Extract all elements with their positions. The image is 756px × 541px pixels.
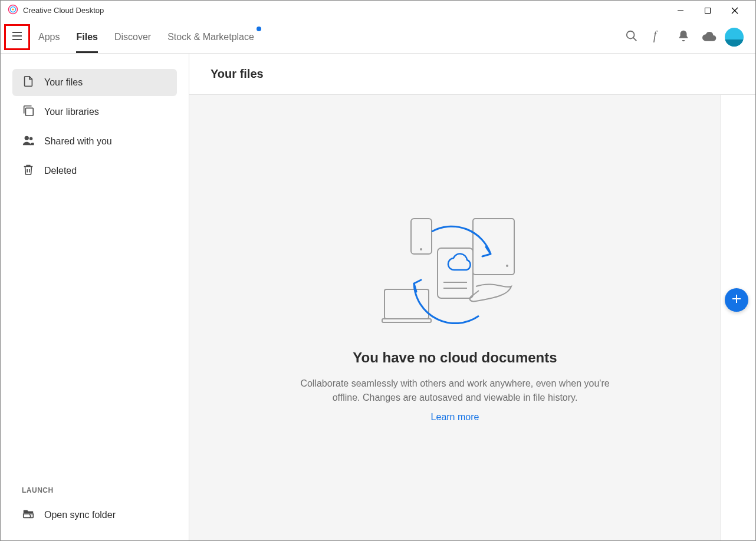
tab-label: Files bbox=[76, 32, 97, 42]
tab-label: Stock & Marketplace bbox=[167, 32, 254, 42]
minimize-button[interactable] bbox=[667, 1, 694, 21]
sidebar-item-label: Deleted bbox=[44, 166, 77, 176]
svg-point-15 bbox=[29, 137, 33, 141]
sidebar-item-your-files[interactable]: Your files bbox=[12, 69, 177, 96]
fonts-icon: f bbox=[651, 29, 664, 45]
launch-item-label: Open sync folder bbox=[44, 510, 116, 520]
main-panel: Your files bbox=[189, 54, 755, 540]
tab-stock-marketplace[interactable]: Stock & Marketplace bbox=[159, 21, 262, 53]
trash-icon bbox=[22, 163, 35, 179]
page-title: Your files bbox=[211, 67, 264, 81]
svg-point-10 bbox=[627, 31, 635, 38]
window-controls bbox=[667, 1, 748, 21]
menu-toggle-button[interactable] bbox=[4, 24, 30, 50]
bell-icon bbox=[677, 29, 690, 45]
folder-sync-icon bbox=[22, 507, 35, 523]
sidebar-item-deleted[interactable]: Deleted bbox=[12, 157, 177, 184]
sidebar-spacer bbox=[1, 184, 189, 486]
svg-point-14 bbox=[25, 136, 29, 140]
svg-rect-20 bbox=[384, 289, 429, 319]
notifications-button[interactable] bbox=[673, 27, 694, 48]
main-header: Your files bbox=[189, 54, 755, 95]
empty-state-illustration-icon bbox=[379, 213, 532, 349]
svg-point-2 bbox=[12, 8, 14, 10]
titlebar-left: Creative Cloud Desktop bbox=[8, 4, 104, 17]
notification-dot-icon bbox=[257, 27, 261, 31]
creative-cloud-logo-icon bbox=[8, 4, 18, 17]
svg-rect-21 bbox=[382, 319, 431, 322]
open-sync-folder-button[interactable]: Open sync folder bbox=[1, 502, 189, 540]
hamburger-icon bbox=[11, 30, 23, 44]
tab-discover[interactable]: Discover bbox=[106, 21, 159, 53]
launch-section-label: LAUNCH bbox=[1, 486, 189, 502]
svg-rect-13 bbox=[25, 108, 33, 116]
user-avatar[interactable] bbox=[725, 28, 744, 47]
learn-more-link[interactable]: Learn more bbox=[431, 412, 479, 423]
sidebar-item-label: Shared with you bbox=[44, 136, 112, 147]
sidebar-item-your-libraries[interactable]: Your libraries bbox=[12, 98, 177, 126]
empty-state-title: You have no cloud documents bbox=[353, 349, 557, 366]
sidebar-list: Your files Your libraries Shared with yo… bbox=[1, 69, 189, 184]
tab-files[interactable]: Files bbox=[68, 21, 106, 53]
tab-label: Discover bbox=[114, 32, 151, 42]
cloud-icon bbox=[702, 29, 717, 45]
app-body: Your files Your libraries Shared with yo… bbox=[1, 54, 755, 540]
svg-line-11 bbox=[633, 37, 637, 41]
search-button[interactable] bbox=[621, 27, 642, 48]
main-content: You have no cloud documents Collaborate … bbox=[189, 95, 721, 540]
close-button[interactable] bbox=[721, 1, 748, 21]
sidebar-item-shared[interactable]: Shared with you bbox=[12, 128, 177, 155]
svg-rect-4 bbox=[705, 8, 711, 13]
cloud-sync-button[interactable] bbox=[699, 27, 720, 48]
fonts-button[interactable]: f bbox=[647, 27, 668, 48]
maximize-button[interactable] bbox=[694, 1, 721, 21]
nav-tabs: Apps Files Discover Stock & Marketplace bbox=[30, 21, 262, 53]
tab-apps[interactable]: Apps bbox=[30, 21, 68, 53]
window-title: Creative Cloud Desktop bbox=[23, 6, 104, 15]
search-icon bbox=[625, 29, 638, 45]
sidebar-item-label: Your libraries bbox=[44, 107, 99, 117]
people-icon bbox=[22, 134, 35, 149]
libraries-icon bbox=[22, 104, 35, 120]
tab-label: Apps bbox=[38, 32, 60, 42]
file-icon bbox=[22, 75, 35, 90]
navbar-right: f bbox=[621, 27, 744, 48]
app-window: Creative Cloud Desktop Apps Files bbox=[0, 0, 756, 541]
svg-text:f: f bbox=[653, 29, 658, 42]
navbar: Apps Files Discover Stock & Marketplace … bbox=[1, 21, 755, 54]
navbar-left: Apps Files Discover Stock & Marketplace bbox=[1, 21, 262, 53]
svg-point-19 bbox=[420, 248, 422, 250]
titlebar: Creative Cloud Desktop bbox=[1, 1, 755, 21]
sidebar-item-label: Your files bbox=[44, 77, 83, 88]
plus-icon bbox=[731, 293, 742, 307]
empty-state-description: Collaborate seamlessly with others and w… bbox=[290, 377, 620, 405]
add-fab-button[interactable] bbox=[725, 288, 748, 312]
svg-point-17 bbox=[506, 265, 508, 267]
sidebar: Your files Your libraries Shared with yo… bbox=[1, 54, 189, 540]
